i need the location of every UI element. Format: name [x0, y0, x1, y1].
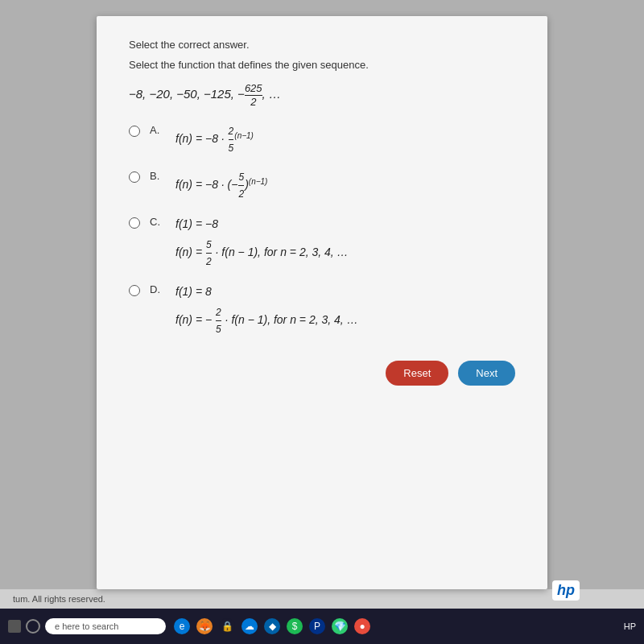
option-d-content: f(1) = 8 f(n) = − 2 5 · f(n − 1), for n … [175, 283, 358, 336]
app-icon[interactable]: ● [354, 618, 370, 634]
option-b-content: f(n) = −8 · (− 5 2 )(n−1) [175, 170, 267, 201]
option-c-line1: f(1) = −8 [175, 216, 349, 233]
cloud-icon[interactable]: ☁ [242, 618, 258, 634]
option-d-line1: f(1) = 8 [175, 283, 358, 300]
buttons-row: Reset Next [129, 361, 515, 386]
option-d-label: D. [150, 283, 166, 295]
option-c-line2: f(n) = 5 2 · f(n − 1), for n = 2, 3, 4, … [175, 237, 349, 269]
firefox-icon[interactable]: 🦊 [196, 618, 213, 634]
dollar-icon[interactable]: $ [287, 618, 303, 634]
option-b-label: B. [150, 170, 166, 182]
hp-logo-area: hp [552, 580, 580, 601]
screen: Select the correct answer. Select the fu… [0, 0, 644, 644]
option-b-radio[interactable] [129, 171, 140, 183]
option-c-content: f(1) = −8 f(n) = 5 2 · f(n − 1), for n =… [175, 216, 349, 269]
dropbox-icon[interactable]: ◆ [264, 618, 280, 634]
question-card: Select the correct answer. Select the fu… [97, 16, 547, 589]
next-button[interactable]: Next [458, 361, 515, 386]
option-b-row: B. f(n) = −8 · (− 5 2 )(n−1) [129, 170, 515, 201]
option-c-row: C. f(1) = −8 f(n) = 5 2 · f(n − 1), for … [129, 216, 515, 269]
option-a-radio[interactable] [129, 126, 140, 137]
windows-button[interactable] [8, 620, 21, 633]
search-button[interactable] [26, 619, 40, 634]
paypal-icon[interactable]: P [309, 618, 325, 634]
option-a-row: A. f(n) = −8 · 2 5 (n−1) [129, 124, 515, 155]
option-c-label: C. [150, 216, 166, 228]
hp-logo: hp [552, 580, 580, 601]
taskbar-search[interactable]: e here to search [45, 618, 166, 634]
time-display: HP [624, 621, 636, 631]
question-text: Select the function that defines the giv… [129, 59, 515, 71]
option-d-line2: f(n) = − 2 5 · f(n − 1), for n = 2, 3, 4… [175, 305, 358, 336]
option-a-content: f(n) = −8 · 2 5 (n−1) [175, 124, 254, 155]
option-d-radio[interactable] [129, 285, 140, 296]
options-list: A. f(n) = −8 · 2 5 (n−1) B. f(n) = −8 · [129, 124, 515, 336]
instructions: Select the correct answer. [129, 39, 515, 51]
footer: tum. All rights reserved. [0, 589, 644, 609]
taskbar-icons: e 🦊 🔒 ☁ ◆ $ P 💎 ● [174, 618, 370, 634]
option-c-radio[interactable] [129, 217, 140, 229]
content-area: Select the correct answer. Select the fu… [0, 0, 644, 589]
sequence: −8, −20, −50, −125, −6252, … [129, 82, 515, 108]
reset-button[interactable]: Reset [386, 361, 448, 386]
edge-icon[interactable]: e [174, 618, 190, 634]
taskbar-right: HP [624, 621, 636, 631]
option-d-row: D. f(1) = 8 f(n) = − 2 5 · f(n − 1), for… [129, 283, 515, 336]
option-a-label: A. [150, 124, 166, 136]
lock-icon[interactable]: 🔒 [219, 618, 235, 634]
gem-icon[interactable]: 💎 [332, 618, 348, 634]
taskbar: e here to search e 🦊 🔒 ☁ ◆ $ P 💎 ● HP [0, 609, 644, 644]
